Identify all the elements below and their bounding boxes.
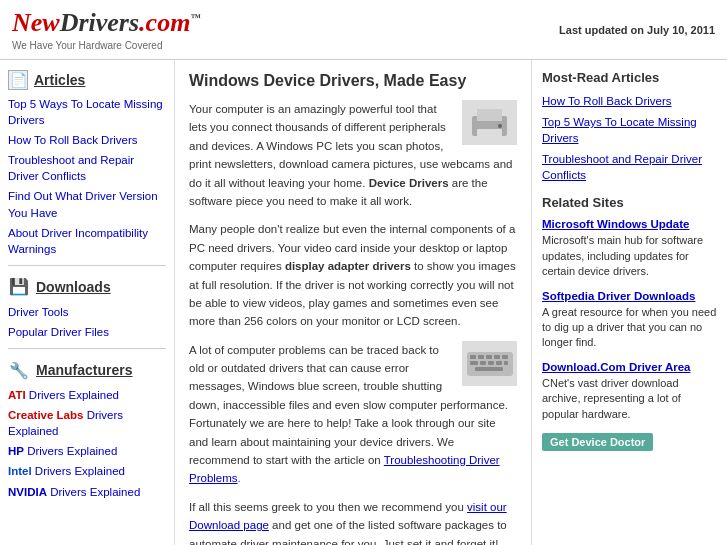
microsoft-link[interactable]: Microsoft Windows Update: [542, 218, 717, 230]
svg-rect-12: [488, 361, 494, 365]
download-com-desc: CNet's vast driver download archive, rep…: [542, 377, 681, 420]
device-doctor-button[interactable]: Get Device Doctor: [542, 433, 653, 451]
svg-rect-8: [494, 355, 500, 359]
svg-rect-9: [502, 355, 508, 359]
para2: Many people don't realize but even the i…: [189, 220, 517, 330]
svg-rect-10: [470, 361, 478, 365]
sidebar-item-intel[interactable]: Intel Drivers Explained: [8, 463, 166, 479]
most-read-title: Most-Read Articles: [542, 70, 717, 85]
downloads-title: Downloads: [36, 279, 111, 295]
svg-rect-6: [478, 355, 484, 359]
printer-image: [462, 100, 517, 145]
keyboard-image: [462, 341, 517, 386]
svg-rect-13: [496, 361, 502, 365]
most-read-rollback[interactable]: How To Roll Back Drivers: [542, 93, 717, 109]
download-page-link[interactable]: visit our Download page: [189, 501, 507, 531]
related-softpedia: Softpedia Driver Downloads A great resou…: [542, 290, 717, 351]
sidebar-item-ati[interactable]: ATI Drivers Explained: [8, 387, 166, 403]
sidebar-item-top5-locate[interactable]: Top 5 Ways To Locate Missing Drivers: [8, 96, 166, 128]
svg-rect-1: [477, 109, 502, 121]
downloads-icon: 💾: [8, 276, 30, 298]
articles-section-header: Articles: [8, 70, 166, 90]
sidebar-item-nvidia[interactable]: NVIDIA Drivers Explained: [8, 484, 166, 500]
svg-rect-14: [504, 361, 508, 365]
para4: If all this seems greek to you then we r…: [189, 498, 517, 545]
softpedia-desc: A great resource for when you need to di…: [542, 306, 716, 349]
svg-rect-5: [470, 355, 476, 359]
svg-rect-7: [486, 355, 492, 359]
manufacturers-section-header: 🔧 Manufacturers: [8, 359, 166, 381]
logo: NewDrivers.com™: [12, 8, 200, 38]
sidebar: Articles Top 5 Ways To Locate Missing Dr…: [0, 60, 175, 545]
download-com-link[interactable]: Download.Com Driver Area: [542, 361, 717, 373]
main-container: Articles Top 5 Ways To Locate Missing Dr…: [0, 60, 727, 545]
sidebar-item-popular-files[interactable]: Popular Driver Files: [8, 324, 166, 340]
downloads-section-header: 💾 Downloads: [8, 276, 166, 298]
sidebar-item-creative-labs[interactable]: Creative Labs Drivers Explained: [8, 407, 166, 439]
svg-rect-11: [480, 361, 486, 365]
sidebar-item-incompatibility[interactable]: About Driver Incompatibility Warnings: [8, 225, 166, 257]
manufacturers-title: Manufacturers: [36, 362, 132, 378]
sidebar-item-hp[interactable]: HP Drivers Explained: [8, 443, 166, 459]
related-title: Related Sites: [542, 195, 717, 210]
sidebar-item-rollback[interactable]: How To Roll Back Drivers: [8, 132, 166, 148]
logo-tagline: We Have Your Hardware Covered: [12, 40, 200, 51]
last-updated: Last updated on July 10, 2011: [559, 24, 715, 36]
related-sites-section: Related Sites Microsoft Windows Update M…: [542, 195, 717, 451]
microsoft-desc: Microsoft's main hub for software update…: [542, 234, 703, 277]
most-read-top5[interactable]: Top 5 Ways To Locate Missing Drivers: [542, 114, 717, 146]
softpedia-link[interactable]: Softpedia Driver Downloads: [542, 290, 717, 302]
display-adapter-bold: display adapter drivers: [285, 260, 411, 272]
main-content: Windows Device Drivers, Made Easy Your c…: [175, 60, 532, 545]
content-title: Windows Device Drivers, Made Easy: [189, 72, 517, 90]
most-read-troubleshoot[interactable]: Troubleshoot and Repair Driver Conflicts: [542, 151, 717, 183]
related-download-com: Download.Com Driver Area CNet's vast dri…: [542, 361, 717, 451]
sidebar-divider-1: [8, 265, 166, 266]
svg-point-3: [498, 124, 502, 128]
articles-title: Articles: [34, 72, 85, 88]
sidebar-item-driver-tools[interactable]: Driver Tools: [8, 304, 166, 320]
manufacturers-icon: 🔧: [8, 359, 30, 381]
articles-icon: [8, 70, 28, 90]
logo-area: NewDrivers.com™ We Have Your Hardware Co…: [12, 8, 200, 51]
related-microsoft: Microsoft Windows Update Microsoft's mai…: [542, 218, 717, 279]
svg-rect-2: [477, 129, 502, 139]
troubleshooting-link[interactable]: Troubleshooting Driver Problems: [189, 454, 500, 484]
device-drivers-bold: Device Drivers: [369, 177, 449, 189]
svg-rect-15: [475, 367, 503, 371]
sidebar-item-find-version[interactable]: Find Out What Driver Version You Have: [8, 188, 166, 220]
right-sidebar: Most-Read Articles How To Roll Back Driv…: [532, 60, 727, 545]
sidebar-divider-2: [8, 348, 166, 349]
header: NewDrivers.com™ We Have Your Hardware Co…: [0, 0, 727, 60]
sidebar-item-troubleshoot[interactable]: Troubleshoot and Repair Driver Conflicts: [8, 152, 166, 184]
